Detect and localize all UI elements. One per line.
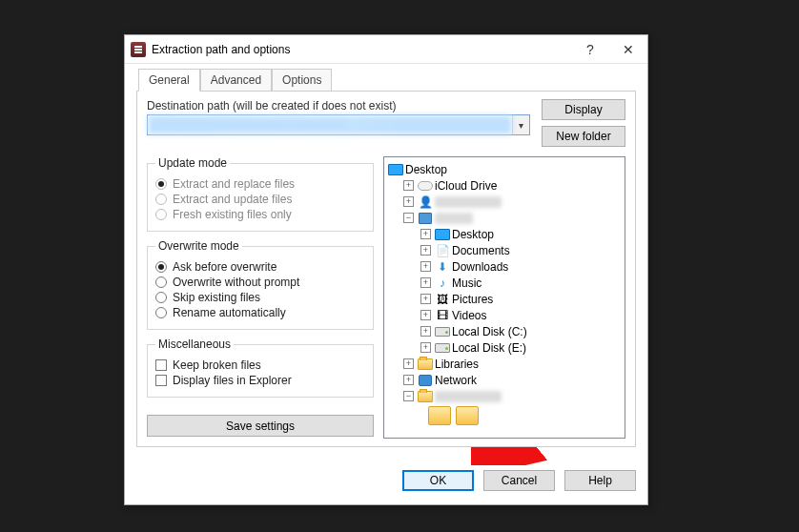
expand-icon[interactable]: +	[420, 261, 431, 272]
chevron-down-icon[interactable]: ▾	[512, 115, 529, 134]
radio-icon	[155, 178, 167, 190]
collapse-icon[interactable]: −	[403, 391, 414, 401]
expand-icon[interactable]: +	[420, 294, 431, 304]
expand-icon[interactable]: +	[403, 358, 414, 369]
pc-icon	[419, 213, 432, 224]
update-mode-legend: Update mode	[155, 156, 230, 170]
tab-advanced[interactable]: Advanced	[200, 69, 272, 92]
help-titlebar-button[interactable]: ?	[571, 35, 609, 64]
help-button[interactable]: Help	[564, 470, 636, 491]
network-icon	[419, 375, 432, 386]
radio-fresh-only[interactable]: Fresh existing files only	[155, 208, 365, 221]
extraction-dialog: Extraction path and options ? ✕ General …	[124, 34, 648, 505]
expand-icon[interactable]: +	[403, 196, 414, 207]
cancel-button[interactable]: Cancel	[483, 470, 555, 491]
expand-icon[interactable]: +	[403, 180, 414, 191]
winrar-icon	[131, 42, 146, 57]
redacted-text	[435, 196, 502, 208]
misc-legend: Miscellaneous	[155, 338, 234, 351]
tree-node-disk-c[interactable]: +Local Disk (C:)	[388, 323, 621, 339]
radio-icon	[155, 261, 167, 273]
save-settings-button[interactable]: Save settings	[147, 415, 374, 437]
tree-node-videos[interactable]: +🎞Videos	[388, 307, 621, 323]
check-display-explorer[interactable]: Display files in Explorer	[155, 374, 365, 387]
cloud-icon	[418, 181, 433, 191]
check-keep-broken[interactable]: Keep broken files	[155, 358, 365, 372]
dialog-footer: OK Cancel Help	[125, 459, 647, 504]
tree-node-icloud[interactable]: +iCloud Drive	[388, 177, 621, 194]
destination-input[interactable]	[148, 115, 512, 134]
radio-icon	[155, 307, 167, 318]
radio-icon	[155, 276, 167, 288]
display-button[interactable]: Display	[542, 99, 625, 120]
misc-group: Miscellaneous Keep broken files Display …	[147, 338, 374, 398]
tree-node-libraries[interactable]: +Libraries	[388, 356, 621, 372]
tree-node-preview[interactable]	[388, 406, 621, 428]
collapse-icon[interactable]: −	[403, 213, 414, 223]
tree-node-documents[interactable]: +📄Documents	[388, 242, 621, 258]
folder-icon	[418, 358, 433, 370]
tree-node-pc[interactable]: −	[388, 210, 621, 226]
radio-ask-overwrite[interactable]: Ask before overwrite	[155, 260, 365, 274]
expand-icon[interactable]: +	[420, 310, 431, 320]
expand-icon[interactable]: +	[420, 277, 431, 288]
radio-icon	[155, 194, 167, 205]
tree-node-downloads[interactable]: +⬇Downloads	[388, 258, 621, 275]
desktop-icon	[435, 229, 450, 240]
checkbox-icon	[155, 375, 167, 386]
tab-general[interactable]: General	[138, 69, 200, 92]
update-mode-group: Update mode Extract and replace files Ex…	[147, 156, 374, 232]
ok-button[interactable]: OK	[402, 470, 474, 491]
radio-overwrite-no-prompt[interactable]: Overwrite without prompt	[155, 276, 365, 289]
titlebar[interactable]: Extraction path and options ? ✕	[125, 35, 647, 64]
radio-icon	[155, 209, 167, 220]
radio-icon	[155, 292, 167, 303]
tree-node-redacted[interactable]: −	[388, 388, 621, 404]
desktop-icon	[388, 164, 403, 175]
radio-skip-existing[interactable]: Skip existing files	[155, 291, 365, 304]
redacted-text	[435, 213, 473, 224]
folder-icon	[456, 406, 479, 425]
radio-rename-auto[interactable]: Rename automatically	[155, 306, 365, 319]
tree-node-user[interactable]: +👤	[388, 194, 621, 210]
expand-icon[interactable]: +	[420, 245, 431, 256]
redacted-text	[435, 391, 502, 402]
expand-icon[interactable]: +	[420, 342, 431, 353]
folder-icon	[428, 406, 451, 425]
new-folder-button[interactable]: New folder	[542, 126, 625, 147]
tree-node-user-desktop[interactable]: +Desktop	[388, 226, 621, 242]
tree-node-network[interactable]: +Network	[388, 372, 621, 388]
destination-combo[interactable]: ▾	[147, 114, 530, 135]
drive-icon	[435, 327, 450, 337]
tree-node-desktop[interactable]: Desktop	[388, 161, 621, 177]
folder-icon	[418, 391, 433, 402]
drive-icon	[435, 343, 450, 353]
window-title: Extraction path and options	[152, 43, 571, 56]
expand-icon[interactable]: +	[420, 326, 431, 337]
tree-node-music[interactable]: +♪Music	[388, 275, 621, 291]
expand-icon[interactable]: +	[403, 375, 414, 385]
tab-options[interactable]: Options	[272, 69, 332, 92]
overwrite-mode-legend: Overwrite mode	[155, 239, 242, 253]
tab-strip: General Advanced Options	[138, 68, 636, 91]
destination-label: Destination path (will be created if doe…	[147, 99, 530, 113]
radio-extract-replace[interactable]: Extract and replace files	[155, 177, 365, 191]
tree-node-disk-e[interactable]: +Local Disk (E:)	[388, 339, 621, 356]
folder-tree[interactable]: Desktop +iCloud Drive +👤 − +Desktop +📄Do…	[383, 156, 625, 439]
checkbox-icon	[155, 359, 167, 371]
expand-icon[interactable]: +	[420, 229, 431, 239]
radio-extract-update[interactable]: Extract and update files	[155, 193, 365, 206]
close-button[interactable]: ✕	[609, 35, 647, 64]
tree-node-pictures[interactable]: +🖼Pictures	[388, 291, 621, 307]
overwrite-mode-group: Overwrite mode Ask before overwrite Over…	[147, 239, 374, 330]
tab-panel-general: Destination path (will be created if doe…	[136, 91, 636, 447]
